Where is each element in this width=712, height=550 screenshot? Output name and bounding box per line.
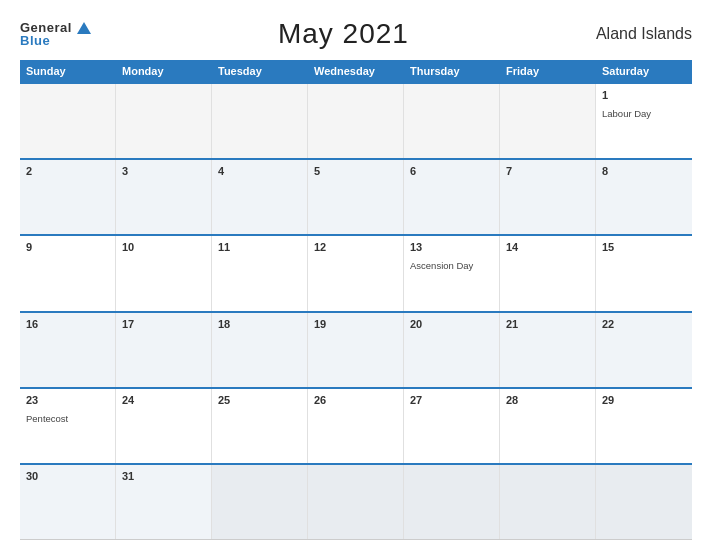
cell-w1-mon — [116, 84, 212, 158]
cell-w5-wed: 26 — [308, 389, 404, 463]
cell-w1-sat: 1 Labour Day — [596, 84, 692, 158]
week-1: 1 Labour Day — [20, 82, 692, 158]
cell-w4-tue: 18 — [212, 313, 308, 387]
cell-w2-wed: 5 — [308, 160, 404, 234]
day-28: 28 — [506, 394, 589, 406]
cell-w5-tue: 25 — [212, 389, 308, 463]
day-12: 12 — [314, 241, 397, 253]
day-6: 6 — [410, 165, 493, 177]
event-labour-day: Labour Day — [602, 108, 651, 119]
day-19: 19 — [314, 318, 397, 330]
cell-w3-wed: 12 — [308, 236, 404, 310]
cell-w4-fri: 21 — [500, 313, 596, 387]
event-pentecost: Pentecost — [26, 413, 68, 424]
day-14: 14 — [506, 241, 589, 253]
cell-w3-fri: 14 — [500, 236, 596, 310]
cell-w4-thu: 20 — [404, 313, 500, 387]
cell-w3-sun: 9 — [20, 236, 116, 310]
header-thursday: Thursday — [404, 60, 500, 82]
day-16: 16 — [26, 318, 109, 330]
logo-triangle-icon — [77, 22, 91, 34]
region-title: Aland Islands — [596, 25, 692, 43]
day-25: 25 — [218, 394, 301, 406]
calendar: Sunday Monday Tuesday Wednesday Thursday… — [20, 60, 692, 540]
day-3: 3 — [122, 165, 205, 177]
cell-w4-wed: 19 — [308, 313, 404, 387]
day-7: 7 — [506, 165, 589, 177]
day-9: 9 — [26, 241, 109, 253]
cell-w1-tue — [212, 84, 308, 158]
cell-w3-sat: 15 — [596, 236, 692, 310]
day-24: 24 — [122, 394, 205, 406]
cell-w2-fri: 7 — [500, 160, 596, 234]
cell-w4-sat: 22 — [596, 313, 692, 387]
cell-w3-mon: 10 — [116, 236, 212, 310]
cell-w6-sun: 30 — [20, 465, 116, 539]
day-11: 11 — [218, 241, 301, 253]
logo-blue-text: Blue — [20, 34, 91, 47]
header-monday: Monday — [116, 60, 212, 82]
cell-w1-wed — [308, 84, 404, 158]
week-6: 30 31 — [20, 463, 692, 540]
cell-w3-tue: 11 — [212, 236, 308, 310]
cell-w6-sat — [596, 465, 692, 539]
cell-w5-mon: 24 — [116, 389, 212, 463]
day-15: 15 — [602, 241, 686, 253]
day-8: 8 — [602, 165, 686, 177]
day-30: 30 — [26, 470, 109, 482]
month-title: May 2021 — [278, 18, 409, 50]
cell-w6-fri — [500, 465, 596, 539]
day-23: 23 — [26, 394, 109, 406]
day-1: 1 — [602, 89, 686, 101]
cell-w2-sat: 8 — [596, 160, 692, 234]
cell-w5-sat: 29 — [596, 389, 692, 463]
header-saturday: Saturday — [596, 60, 692, 82]
header-tuesday: Tuesday — [212, 60, 308, 82]
logo: General Blue — [20, 21, 91, 47]
day-17: 17 — [122, 318, 205, 330]
event-ascension: Ascension Day — [410, 260, 473, 271]
header-friday: Friday — [500, 60, 596, 82]
cell-w4-sun: 16 — [20, 313, 116, 387]
cell-w3-thu: 13 Ascension Day — [404, 236, 500, 310]
calendar-body: 1 Labour Day 2 3 4 5 6 7 8 9 10 11 12 — [20, 82, 692, 540]
cell-w2-tue: 4 — [212, 160, 308, 234]
week-4: 16 17 18 19 20 21 22 — [20, 311, 692, 387]
cell-w6-mon: 31 — [116, 465, 212, 539]
week-3: 9 10 11 12 13 Ascension Day 14 15 — [20, 234, 692, 310]
day-27: 27 — [410, 394, 493, 406]
cell-w5-thu: 27 — [404, 389, 500, 463]
day-22: 22 — [602, 318, 686, 330]
header-sunday: Sunday — [20, 60, 116, 82]
cell-w5-fri: 28 — [500, 389, 596, 463]
day-26: 26 — [314, 394, 397, 406]
day-13: 13 — [410, 241, 493, 253]
day-29: 29 — [602, 394, 686, 406]
cell-w2-thu: 6 — [404, 160, 500, 234]
day-18: 18 — [218, 318, 301, 330]
header-wednesday: Wednesday — [308, 60, 404, 82]
cell-w1-sun — [20, 84, 116, 158]
cell-w4-mon: 17 — [116, 313, 212, 387]
day-5: 5 — [314, 165, 397, 177]
day-31: 31 — [122, 470, 205, 482]
cell-w6-tue — [212, 465, 308, 539]
cell-w2-sun: 2 — [20, 160, 116, 234]
cell-w5-sun: 23 Pentecost — [20, 389, 116, 463]
day-21: 21 — [506, 318, 589, 330]
calendar-page: General Blue May 2021 Aland Islands Sund… — [0, 0, 712, 550]
cell-w1-fri — [500, 84, 596, 158]
week-5: 23 Pentecost 24 25 26 27 28 29 — [20, 387, 692, 463]
day-20: 20 — [410, 318, 493, 330]
calendar-header: Sunday Monday Tuesday Wednesday Thursday… — [20, 60, 692, 82]
cell-w6-wed — [308, 465, 404, 539]
day-4: 4 — [218, 165, 301, 177]
cell-w2-mon: 3 — [116, 160, 212, 234]
day-10: 10 — [122, 241, 205, 253]
cell-w1-thu — [404, 84, 500, 158]
day-2: 2 — [26, 165, 109, 177]
week-2: 2 3 4 5 6 7 8 — [20, 158, 692, 234]
cell-w6-thu — [404, 465, 500, 539]
header: General Blue May 2021 Aland Islands — [20, 18, 692, 50]
